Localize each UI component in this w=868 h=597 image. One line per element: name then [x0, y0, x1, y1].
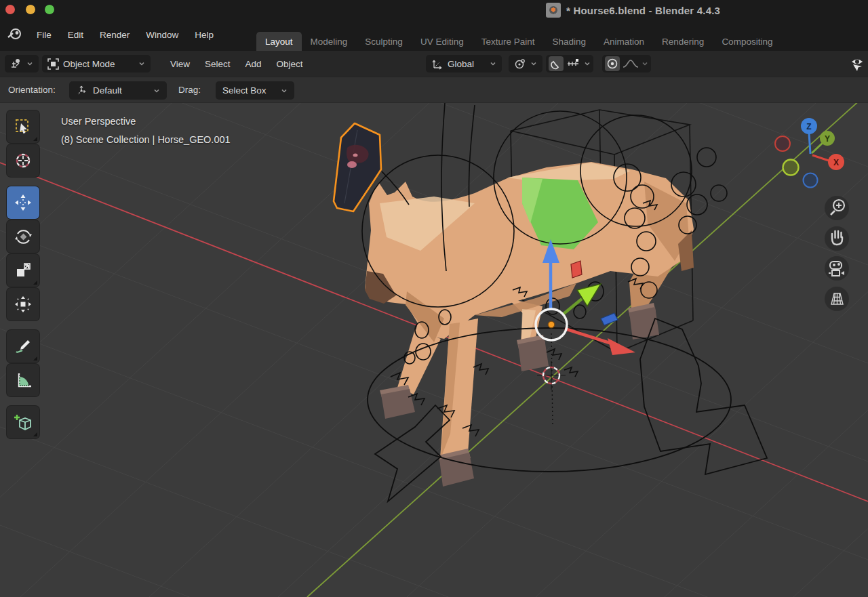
proportional-editing-toggle[interactable]	[605, 56, 620, 71]
move-arrows-icon	[14, 193, 33, 212]
editor-type-button[interactable]	[5, 55, 39, 73]
tab-rendering[interactable]: Rendering	[653, 32, 713, 51]
proportional-group	[602, 55, 651, 73]
mode-select[interactable]: Object Mode	[42, 55, 151, 73]
measure-ruler-icon	[14, 371, 33, 390]
pivot-point-button[interactable]	[509, 55, 542, 73]
tool-options-indicator	[33, 281, 37, 285]
scale-icon	[14, 262, 32, 279]
chevron-down-icon	[490, 60, 496, 67]
tab-layout[interactable]: Layout	[256, 32, 302, 51]
nav-axis-z-label: Z	[806, 122, 811, 131]
tool-add-cube[interactable]	[7, 406, 39, 438]
zoom-button[interactable]	[825, 196, 849, 220]
nav-axis-neg-z[interactable]	[804, 173, 818, 188]
add-cube-icon	[14, 413, 33, 432]
view-perspective-label: User Perspective	[61, 112, 231, 131]
tool-scale[interactable]	[7, 254, 39, 287]
mode-select-label: Object Mode	[63, 59, 115, 69]
tab-texture-paint[interactable]: Texture Paint	[473, 32, 544, 51]
tool-annotate[interactable]	[7, 330, 39, 363]
orientation-value: Default	[93, 85, 122, 96]
tab-sculpting[interactable]: Sculpting	[356, 32, 412, 51]
tool-transform[interactable]	[7, 288, 39, 321]
viewport-scene[interactable]: Z Y X	[0, 103, 868, 597]
drag-label: Drag:	[178, 85, 201, 95]
object-mode-icon	[47, 58, 59, 70]
top-menubar: File Edit Render Window Help Layout Mode…	[0, 19, 868, 51]
gizmo-axes-icon	[76, 85, 87, 96]
gizmo-xz-plane-handle[interactable]	[571, 261, 582, 278]
tool-settings-bar: Orientation: Default Drag: Select Box	[0, 77, 868, 103]
tool-cursor[interactable]	[7, 144, 39, 177]
chevron-down-icon[interactable]	[584, 60, 591, 67]
tab-animation[interactable]: Animation	[595, 32, 653, 51]
chevron-down-icon	[138, 60, 145, 67]
tab-uv-editing[interactable]: UV Editing	[412, 32, 473, 51]
chevron-down-icon	[26, 60, 33, 67]
proportional-editing-icon	[606, 58, 618, 70]
menu-view[interactable]: View	[163, 56, 197, 73]
3d-viewport[interactable]: Z Y X	[0, 103, 868, 597]
tool-rotate[interactable]	[7, 220, 39, 253]
transform-orientation-icon	[431, 58, 443, 70]
nav-axis-neg-x[interactable]	[775, 136, 790, 151]
window-title: * Hourse6.blend - Blender 4.4.3	[566, 5, 720, 16]
blend-file-icon	[546, 3, 561, 18]
annotate-pencil-icon	[14, 337, 33, 356]
object-origin-dot	[548, 321, 555, 328]
tool-options-indicator	[33, 432, 37, 436]
minimize-button[interactable]	[26, 5, 35, 14]
tab-compositing[interactable]: Compositing	[713, 32, 781, 51]
tool-move[interactable]	[7, 186, 39, 219]
tool-tweak-select[interactable]	[7, 110, 39, 143]
close-button[interactable]	[5, 5, 15, 14]
menu-window[interactable]: Window	[138, 26, 186, 44]
menu-file[interactable]: File	[28, 26, 60, 44]
show-gizmo-eye-icon	[849, 56, 868, 73]
blender-logo-icon	[7, 27, 23, 42]
transform-icon	[14, 295, 33, 314]
3d-cursor-icon	[14, 152, 32, 169]
drag-value: Select Box	[222, 85, 267, 96]
tool-measure[interactable]	[7, 364, 39, 396]
menu-add[interactable]: Add	[238, 56, 269, 73]
pan-button[interactable]	[825, 226, 849, 251]
nav-axis-x-label: X	[833, 158, 839, 167]
tab-modeling[interactable]: Modeling	[302, 32, 357, 51]
drag-dropdown[interactable]: Select Box	[216, 81, 294, 100]
zoom-button[interactable]	[45, 5, 54, 14]
snap-target-button[interactable]	[566, 58, 581, 69]
snap-increment-icon	[566, 58, 581, 69]
nav-axis-y-label: Y	[825, 134, 830, 144]
viewport-overlay-text: User Perspective (8) Scene Collection | …	[61, 112, 231, 149]
orientation-dropdown[interactable]: Default	[69, 81, 167, 100]
rotate-icon	[14, 228, 33, 246]
nav-axis-neg-y[interactable]	[783, 160, 799, 176]
camera-view-button[interactable]	[825, 256, 849, 281]
editor-type-3d-viewport-icon	[10, 58, 22, 69]
transform-orientation-select[interactable]: Global	[426, 55, 502, 73]
active-object-breadcrumb: (8) Scene Collection | Horse_GEO.001	[61, 131, 231, 149]
viewport-header: Object Mode View Select Add Object Globa…	[0, 51, 868, 77]
tool-options-indicator	[33, 356, 37, 361]
chevron-down-icon	[281, 87, 288, 94]
chevron-down-icon[interactable]	[642, 60, 648, 67]
orthographic-toggle-button[interactable]	[825, 287, 849, 311]
orientation-label: Orientation:	[8, 85, 56, 95]
workspace-tabs: Layout Modeling Sculpting UV Editing Tex…	[256, 32, 868, 51]
menu-render[interactable]: Render	[92, 26, 138, 44]
transform-orientation-label: Global	[448, 59, 474, 69]
titlebar: * Hourse6.blend - Blender 4.4.3	[0, 0, 868, 19]
menu-edit[interactable]: Edit	[60, 26, 92, 44]
tab-shading[interactable]: Shading	[543, 32, 595, 51]
chevron-down-icon	[153, 87, 160, 94]
pivot-point-icon	[514, 58, 526, 70]
menu-help[interactable]: Help	[186, 26, 222, 44]
falloff-button[interactable]	[623, 58, 639, 69]
menu-select[interactable]: Select	[197, 56, 238, 73]
menu-object[interactable]: Object	[269, 56, 311, 73]
snap-group	[546, 55, 593, 73]
snap-toggle[interactable]	[549, 56, 564, 71]
gizmo-visibility-button[interactable]	[849, 56, 868, 73]
